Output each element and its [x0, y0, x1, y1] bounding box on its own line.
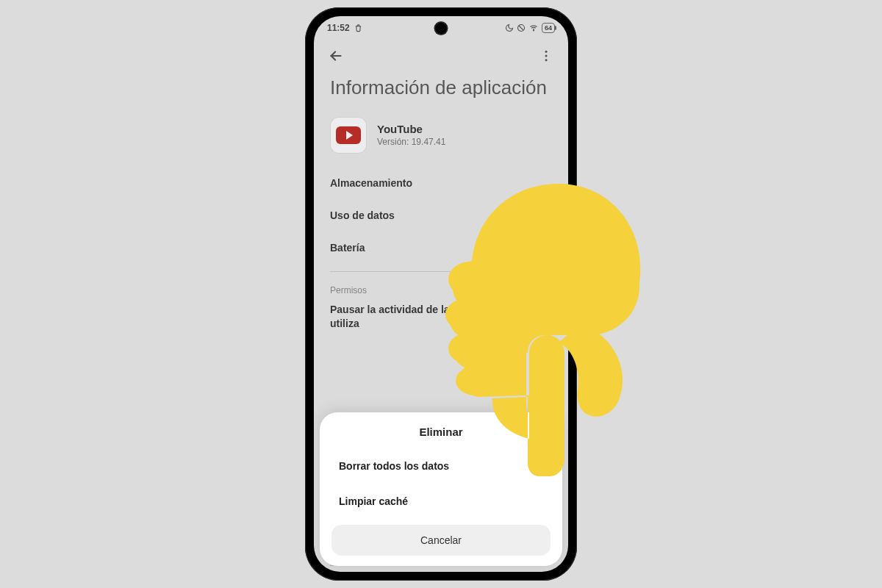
phone-screen: 11:52 64 — [314, 16, 568, 572]
delete-bottom-sheet: Eliminar Borrar todos los datos Limpiar … — [320, 412, 562, 566]
sheet-title: Eliminar — [331, 426, 551, 448]
cancel-button[interactable]: Cancelar — [331, 525, 551, 556]
sheet-item-clear-all-data[interactable]: Borrar todos los datos — [331, 448, 551, 484]
front-camera — [436, 23, 447, 34]
sheet-item-clear-cache[interactable]: Limpiar caché — [331, 484, 551, 519]
phone-frame: 11:52 64 — [305, 7, 577, 581]
